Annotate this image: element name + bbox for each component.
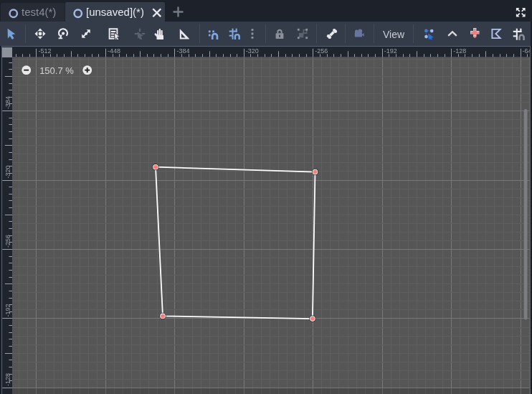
svg-text:-192: -192 bbox=[384, 47, 397, 55]
svg-text:-320: -320 bbox=[4, 165, 11, 178]
svg-text:-256: -256 bbox=[315, 47, 328, 55]
svg-text:-384: -384 bbox=[176, 47, 189, 55]
svg-text:-256: -256 bbox=[4, 235, 11, 248]
svg-text:-128: -128 bbox=[4, 373, 11, 386]
svg-text:-512: -512 bbox=[39, 47, 52, 55]
svg-text:-192: -192 bbox=[4, 304, 11, 316]
svg-text:-128: -128 bbox=[453, 47, 466, 55]
svg-text:-384: -384 bbox=[4, 96, 11, 109]
svg-text:-320: -320 bbox=[246, 47, 259, 55]
svg-text:-448: -448 bbox=[108, 47, 120, 55]
